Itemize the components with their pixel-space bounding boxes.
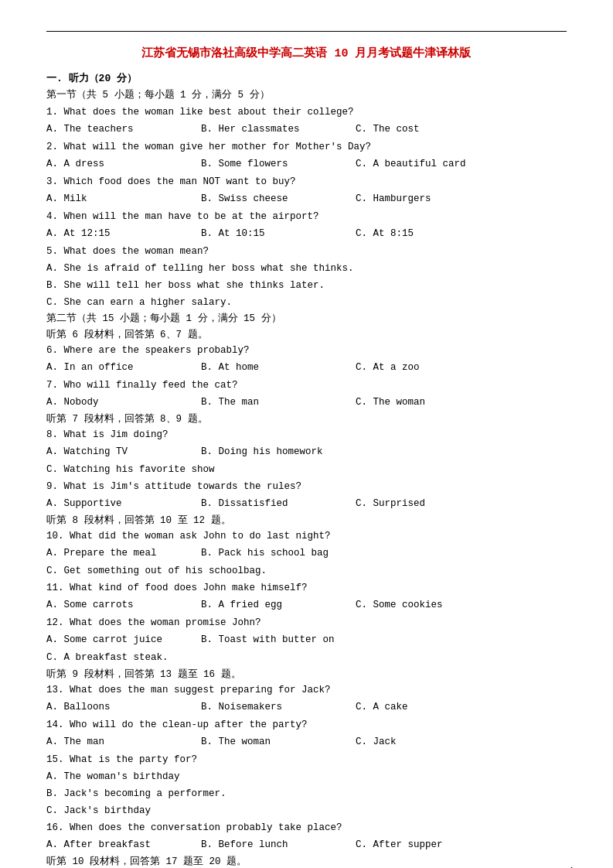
q11-opt-c: C. Some cookies xyxy=(356,597,510,613)
q6-opt-c: C. At a zoo xyxy=(356,360,510,375)
q13-opt-a: A. Balloons xyxy=(46,699,201,715)
page-title: 江苏省无锡市洛社高级中学高二英语 10 月月考试题牛津译林版 xyxy=(46,46,567,60)
q13-opt-b: B. Noisemakers xyxy=(201,699,356,715)
question-15: 15. What is the party for? xyxy=(46,752,567,767)
question-9-options: A. Supportive B. Dissatisfied C. Surpris… xyxy=(46,496,567,511)
question-2: 2. What will the woman give her mother f… xyxy=(46,139,567,155)
q7-opt-c: C. The woman xyxy=(356,395,510,410)
q14-opt-c: C. Jack xyxy=(356,734,510,750)
q11-opt-a: A. Some carrots xyxy=(46,597,201,613)
question-6: 6. Where are the speakers probably? xyxy=(46,343,567,358)
question-4: 4. When will the man have to be at the a… xyxy=(46,209,567,224)
segment-7-header: 听第 7 段材料，回答第 8、9 题。 xyxy=(46,412,567,425)
question-16-options: A. After breakfast B. Before lunch C. Af… xyxy=(46,837,567,853)
subsection1-label: 第一节（共 5 小题；每小题 1 分，满分 5 分） xyxy=(46,88,567,101)
q9-opt-b: B. Dissatisfied xyxy=(201,496,356,511)
q3-opt-c: C. Hamburgers xyxy=(356,191,510,207)
q3-opt-b: B. Swiss cheese xyxy=(201,191,356,207)
q9-opt-a: A. Supportive xyxy=(46,496,201,511)
question-8: 8. What is Jim doing? xyxy=(46,427,567,443)
q16-opt-b: B. Before lunch xyxy=(201,837,356,853)
q2-opt-c: C. A beautiful card xyxy=(356,156,510,172)
question-6-options: A. In an office B. At home C. At a zoo xyxy=(46,360,567,375)
segment-8-header: 听第 8 段材料，回答第 10 至 12 题。 xyxy=(46,514,567,527)
q16-opt-a: A. After breakfast xyxy=(46,837,201,853)
question-2-options: A. A dress B. Some flowers C. A beautifu… xyxy=(46,156,567,172)
q5-opt-b: B. She will tell her boss what she think… xyxy=(46,278,567,293)
question-7: 7. Who will finally feed the cat? xyxy=(46,378,567,393)
section-header: 一. 听力（20 分） xyxy=(46,71,567,85)
question-12-options: A. Some carrot juice B. Toast with butte… xyxy=(46,632,567,648)
q2-opt-b: B. Some flowers xyxy=(201,156,356,172)
q1-opt-a: A. The teachers xyxy=(46,121,201,137)
q4-opt-b: B. At 10:15 xyxy=(201,226,356,241)
q11-opt-b: B. A fried egg xyxy=(201,597,356,613)
question-9: 9. What is Jim's attitude towards the ru… xyxy=(46,479,567,494)
question-14-options: A. The man B. The woman C. Jack xyxy=(46,734,567,750)
q6-opt-b: B. At home xyxy=(201,360,356,375)
segment-10-header: 听第 10 段材料，回答第 17 题至 20 题。 xyxy=(46,855,567,868)
q15-opt-a: A. The woman's birthday xyxy=(46,769,567,784)
q1-opt-b: B. Her classmates xyxy=(201,121,356,137)
q16-opt-c: C. After supper xyxy=(356,837,510,853)
q10-opt-c: C. Get something out of his schoolbag. xyxy=(46,563,567,579)
question-1: 1. What does the woman like best about t… xyxy=(46,104,567,120)
question-11-options: A. Some carrots B. A fried egg C. Some c… xyxy=(46,597,567,613)
subsection2-label: 第二节（共 15 小题；每小题 1 分，满分 15 分） xyxy=(46,312,567,325)
question-13: 13. What does the man suggest preparing … xyxy=(46,682,567,698)
question-5: 5. What does the woman mean? xyxy=(46,244,567,259)
question-10: 10. What did the woman ask John to do la… xyxy=(46,528,567,544)
q14-opt-b: B. The woman xyxy=(201,734,356,750)
q8-opt-a: A. Watching TV xyxy=(46,444,201,460)
q8-opt-c: C. Watching his favorite show xyxy=(46,462,567,477)
question-4-options: A. At 12:15 B. At 10:15 C. At 8:15 xyxy=(46,226,567,241)
q14-opt-a: A. The man xyxy=(46,734,201,750)
q13-opt-c: C. A cake xyxy=(356,699,510,715)
q12-opt-b: B. Toast with butter on xyxy=(201,632,356,648)
q9-opt-c: C. Surprised xyxy=(356,496,510,511)
question-3: 3. Which food does the man NOT want to b… xyxy=(46,174,567,190)
q10-opt-b: B. Pack his school bag xyxy=(201,545,356,561)
q1-opt-c: C. The cost xyxy=(356,121,510,137)
question-8-options: A. Watching TV B. Doing his homework xyxy=(46,444,567,460)
q6-opt-a: A. In an office xyxy=(46,360,201,375)
question-11: 11. What kind of food does John make him… xyxy=(46,580,567,596)
q2-opt-a: A. A dress xyxy=(46,156,201,172)
question-1-options: A. The teachers B. Her classmates C. The… xyxy=(46,121,567,137)
q8-opt-b: B. Doing his homework xyxy=(201,444,356,460)
question-13-options: A. Balloons B. Noisemakers C. A cake xyxy=(46,699,567,715)
question-12: 12. What does the woman promise John? xyxy=(46,615,567,630)
q12-opt-a: A. Some carrot juice xyxy=(46,632,201,648)
question-16: 16. When does the conversation probably … xyxy=(46,820,567,836)
q5-opt-a: A. She is afraid of telling her boss wha… xyxy=(46,261,567,276)
q7-opt-a: A. Nobody xyxy=(46,395,201,410)
segment-9-header: 听第 9 段材料，回答第 13 题至 16 题。 xyxy=(46,668,567,681)
question-3-options: A. Milk B. Swiss cheese C. Hamburgers xyxy=(46,191,567,207)
segment-6-header: 听第 6 段材料，回答第 6、7 题。 xyxy=(46,328,567,341)
q5-opt-c: C. She can earn a higher salary. xyxy=(46,295,567,310)
question-10-options: A. Prepare the meal B. Pack his school b… xyxy=(46,545,567,561)
question-14: 14. Who will do the clean-up after the p… xyxy=(46,717,567,733)
q4-opt-a: A. At 12:15 xyxy=(46,226,201,241)
q15-opt-b: B. Jack's becoming a performer. xyxy=(46,786,567,801)
top-divider xyxy=(46,31,567,32)
q12-opt-c: C. A breakfast steak. xyxy=(46,650,567,665)
q3-opt-a: A. Milk xyxy=(46,191,201,207)
question-7-options: A. Nobody B. The man C. The woman xyxy=(46,395,567,410)
q10-opt-a: A. Prepare the meal xyxy=(46,545,201,561)
q15-opt-c: C. Jack's birthday xyxy=(46,803,567,818)
q4-opt-c: C. At 8:15 xyxy=(356,226,510,241)
q7-opt-b: B. The man xyxy=(201,395,356,410)
